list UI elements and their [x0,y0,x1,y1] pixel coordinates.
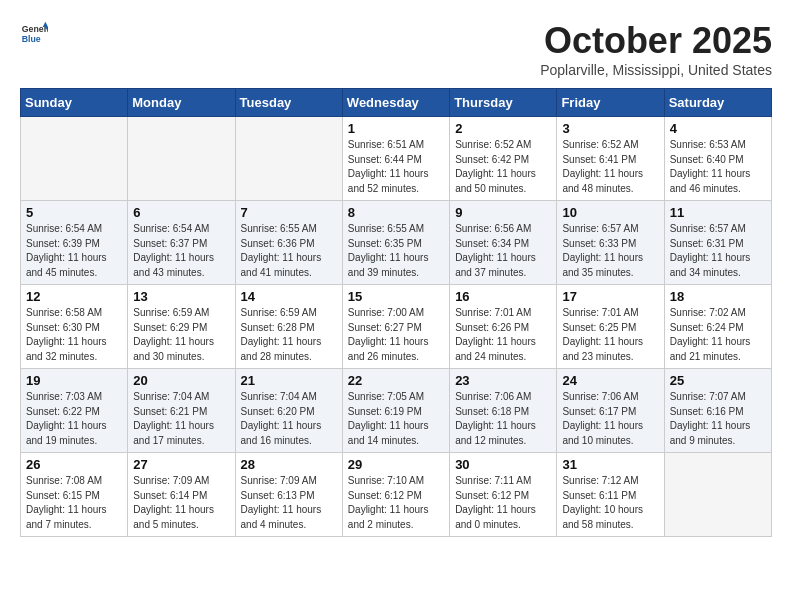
calendar-cell: 29Sunrise: 7:10 AMSunset: 6:12 PMDayligh… [342,453,449,537]
calendar-cell: 7Sunrise: 6:55 AMSunset: 6:36 PMDaylight… [235,201,342,285]
calendar-cell: 23Sunrise: 7:06 AMSunset: 6:18 PMDayligh… [450,369,557,453]
day-number: 31 [562,457,658,472]
day-number: 14 [241,289,337,304]
day-info: Sunrise: 7:07 AMSunset: 6:16 PMDaylight:… [670,390,766,448]
calendar-cell: 25Sunrise: 7:07 AMSunset: 6:16 PMDayligh… [664,369,771,453]
day-number: 7 [241,205,337,220]
day-number: 30 [455,457,551,472]
calendar-cell: 2Sunrise: 6:52 AMSunset: 6:42 PMDaylight… [450,117,557,201]
calendar-cell: 16Sunrise: 7:01 AMSunset: 6:26 PMDayligh… [450,285,557,369]
weekday-header-saturday: Saturday [664,89,771,117]
day-number: 9 [455,205,551,220]
weekday-header-wednesday: Wednesday [342,89,449,117]
day-number: 2 [455,121,551,136]
day-number: 15 [348,289,444,304]
calendar-cell: 1Sunrise: 6:51 AMSunset: 6:44 PMDaylight… [342,117,449,201]
day-number: 6 [133,205,229,220]
weekday-header-monday: Monday [128,89,235,117]
calendar-cell [128,117,235,201]
day-info: Sunrise: 6:51 AMSunset: 6:44 PMDaylight:… [348,138,444,196]
calendar-cell: 6Sunrise: 6:54 AMSunset: 6:37 PMDaylight… [128,201,235,285]
calendar-cell: 15Sunrise: 7:00 AMSunset: 6:27 PMDayligh… [342,285,449,369]
day-info: Sunrise: 6:54 AMSunset: 6:37 PMDaylight:… [133,222,229,280]
day-number: 18 [670,289,766,304]
calendar-cell: 19Sunrise: 7:03 AMSunset: 6:22 PMDayligh… [21,369,128,453]
calendar-cell: 28Sunrise: 7:09 AMSunset: 6:13 PMDayligh… [235,453,342,537]
day-number: 11 [670,205,766,220]
calendar-week-row: 12Sunrise: 6:58 AMSunset: 6:30 PMDayligh… [21,285,772,369]
calendar-cell: 14Sunrise: 6:59 AMSunset: 6:28 PMDayligh… [235,285,342,369]
day-info: Sunrise: 7:03 AMSunset: 6:22 PMDaylight:… [26,390,122,448]
day-info: Sunrise: 7:05 AMSunset: 6:19 PMDaylight:… [348,390,444,448]
page-header: General Blue October 2025 Poplarville, M… [20,20,772,78]
weekday-header-row: SundayMondayTuesdayWednesdayThursdayFrid… [21,89,772,117]
day-number: 13 [133,289,229,304]
calendar-cell [664,453,771,537]
day-info: Sunrise: 7:02 AMSunset: 6:24 PMDaylight:… [670,306,766,364]
day-info: Sunrise: 7:01 AMSunset: 6:25 PMDaylight:… [562,306,658,364]
day-info: Sunrise: 6:57 AMSunset: 6:31 PMDaylight:… [670,222,766,280]
calendar-cell [21,117,128,201]
day-number: 1 [348,121,444,136]
day-info: Sunrise: 7:09 AMSunset: 6:13 PMDaylight:… [241,474,337,532]
day-number: 8 [348,205,444,220]
calendar-cell: 4Sunrise: 6:53 AMSunset: 6:40 PMDaylight… [664,117,771,201]
calendar-cell: 27Sunrise: 7:09 AMSunset: 6:14 PMDayligh… [128,453,235,537]
day-info: Sunrise: 7:06 AMSunset: 6:17 PMDaylight:… [562,390,658,448]
day-info: Sunrise: 6:59 AMSunset: 6:29 PMDaylight:… [133,306,229,364]
weekday-header-sunday: Sunday [21,89,128,117]
day-info: Sunrise: 7:10 AMSunset: 6:12 PMDaylight:… [348,474,444,532]
day-number: 22 [348,373,444,388]
calendar-cell: 10Sunrise: 6:57 AMSunset: 6:33 PMDayligh… [557,201,664,285]
day-number: 5 [26,205,122,220]
day-info: Sunrise: 7:09 AMSunset: 6:14 PMDaylight:… [133,474,229,532]
title-block: October 2025 Poplarville, Mississippi, U… [540,20,772,78]
calendar-week-row: 26Sunrise: 7:08 AMSunset: 6:15 PMDayligh… [21,453,772,537]
day-number: 3 [562,121,658,136]
calendar-week-row: 5Sunrise: 6:54 AMSunset: 6:39 PMDaylight… [21,201,772,285]
day-number: 23 [455,373,551,388]
calendar-cell: 31Sunrise: 7:12 AMSunset: 6:11 PMDayligh… [557,453,664,537]
day-number: 16 [455,289,551,304]
logo: General Blue [20,20,48,48]
day-info: Sunrise: 7:04 AMSunset: 6:20 PMDaylight:… [241,390,337,448]
day-info: Sunrise: 6:52 AMSunset: 6:41 PMDaylight:… [562,138,658,196]
day-info: Sunrise: 6:58 AMSunset: 6:30 PMDaylight:… [26,306,122,364]
day-number: 29 [348,457,444,472]
day-info: Sunrise: 7:12 AMSunset: 6:11 PMDaylight:… [562,474,658,532]
calendar-week-row: 1Sunrise: 6:51 AMSunset: 6:44 PMDaylight… [21,117,772,201]
day-info: Sunrise: 6:56 AMSunset: 6:34 PMDaylight:… [455,222,551,280]
day-info: Sunrise: 6:57 AMSunset: 6:33 PMDaylight:… [562,222,658,280]
weekday-header-thursday: Thursday [450,89,557,117]
calendar-cell: 9Sunrise: 6:56 AMSunset: 6:34 PMDaylight… [450,201,557,285]
day-info: Sunrise: 7:00 AMSunset: 6:27 PMDaylight:… [348,306,444,364]
day-number: 21 [241,373,337,388]
day-info: Sunrise: 7:04 AMSunset: 6:21 PMDaylight:… [133,390,229,448]
day-number: 28 [241,457,337,472]
calendar-cell [235,117,342,201]
calendar-cell: 30Sunrise: 7:11 AMSunset: 6:12 PMDayligh… [450,453,557,537]
calendar-week-row: 19Sunrise: 7:03 AMSunset: 6:22 PMDayligh… [21,369,772,453]
day-info: Sunrise: 6:54 AMSunset: 6:39 PMDaylight:… [26,222,122,280]
day-info: Sunrise: 6:52 AMSunset: 6:42 PMDaylight:… [455,138,551,196]
day-number: 24 [562,373,658,388]
svg-text:Blue: Blue [22,34,41,44]
calendar-cell: 18Sunrise: 7:02 AMSunset: 6:24 PMDayligh… [664,285,771,369]
day-number: 26 [26,457,122,472]
calendar-cell: 24Sunrise: 7:06 AMSunset: 6:17 PMDayligh… [557,369,664,453]
day-number: 4 [670,121,766,136]
logo-icon: General Blue [20,20,48,48]
day-info: Sunrise: 6:53 AMSunset: 6:40 PMDaylight:… [670,138,766,196]
weekday-header-tuesday: Tuesday [235,89,342,117]
calendar-cell: 20Sunrise: 7:04 AMSunset: 6:21 PMDayligh… [128,369,235,453]
location-subtitle: Poplarville, Mississippi, United States [540,62,772,78]
calendar-cell: 13Sunrise: 6:59 AMSunset: 6:29 PMDayligh… [128,285,235,369]
calendar-cell: 21Sunrise: 7:04 AMSunset: 6:20 PMDayligh… [235,369,342,453]
calendar-table: SundayMondayTuesdayWednesdayThursdayFrid… [20,88,772,537]
day-number: 17 [562,289,658,304]
day-number: 27 [133,457,229,472]
calendar-cell: 11Sunrise: 6:57 AMSunset: 6:31 PMDayligh… [664,201,771,285]
day-info: Sunrise: 7:06 AMSunset: 6:18 PMDaylight:… [455,390,551,448]
month-year-title: October 2025 [540,20,772,62]
day-info: Sunrise: 7:01 AMSunset: 6:26 PMDaylight:… [455,306,551,364]
